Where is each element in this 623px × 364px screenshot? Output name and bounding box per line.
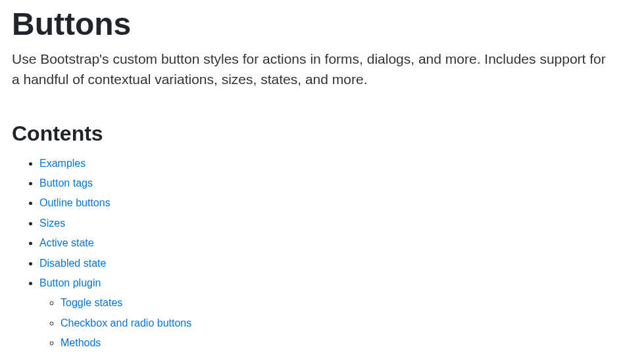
toc-link-button-tags[interactable]: Button tags <box>39 177 93 189</box>
toc-link-toggle-states[interactable]: Toggle states <box>61 297 122 308</box>
page-title: Buttons <box>12 5 611 43</box>
toc-item: Button plugin Toggle states Checkbox and… <box>39 273 611 353</box>
toc-link-methods[interactable]: Methods <box>61 337 101 348</box>
toc-item: Sizes <box>39 214 611 233</box>
toc-item: Examples <box>39 154 611 173</box>
toc-item: Active state <box>39 233 611 253</box>
toc-item: Outline buttons <box>39 193 611 213</box>
toc-item: Button tags <box>39 173 611 193</box>
toc-link-active-state[interactable]: Active state <box>39 237 94 248</box>
toc-link-disabled-state[interactable]: Disabled state <box>39 258 106 269</box>
toc-link-sizes[interactable]: Sizes <box>39 217 65 229</box>
toc-subitem: Methods <box>61 333 611 353</box>
toc-item: Disabled state <box>39 254 611 273</box>
toc-sublist: Toggle states Checkbox and radio buttons… <box>39 293 611 353</box>
toc-link-outline-buttons[interactable]: Outline buttons <box>39 197 111 208</box>
toc-link-button-plugin[interactable]: Button plugin <box>39 277 101 288</box>
toc-link-checkbox-radio[interactable]: Checkbox and radio buttons <box>61 317 191 329</box>
page-lead: Use Bootstrap's custom button styles for… <box>12 49 611 90</box>
table-of-contents: Examples Button tags Outline buttons Siz… <box>12 154 611 353</box>
toc-subitem: Toggle states <box>61 293 611 313</box>
toc-subitem: Checkbox and radio buttons <box>61 313 611 333</box>
contents-heading: Contents <box>12 122 611 146</box>
toc-link-examples[interactable]: Examples <box>39 158 86 169</box>
